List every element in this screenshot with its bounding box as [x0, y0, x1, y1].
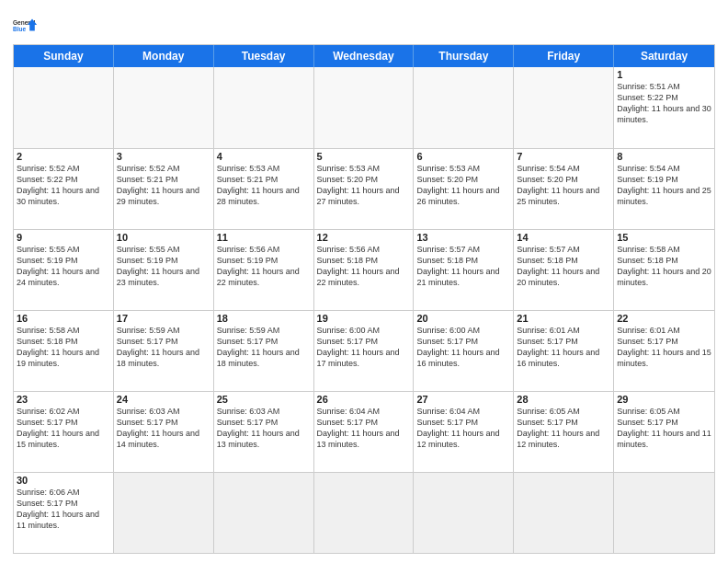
- day-number: 28: [517, 394, 610, 405]
- cal-cell: [614, 473, 714, 553]
- cal-cell: [114, 473, 214, 553]
- day-number: 2: [17, 151, 110, 162]
- day-number: 10: [117, 232, 210, 243]
- day-number: 20: [416, 313, 510, 324]
- cell-info: Sunrise: 6:01 AM Sunset: 5:17 PM Dayligh…: [517, 325, 610, 370]
- cal-row-1: 2Sunrise: 5:52 AM Sunset: 5:22 PM Daylig…: [14, 148, 714, 229]
- cal-row-4: 23Sunrise: 6:02 AM Sunset: 5:17 PM Dayli…: [14, 391, 714, 472]
- cal-cell: [214, 67, 314, 148]
- cal-row-5: 30Sunrise: 6:06 AM Sunset: 5:17 PM Dayli…: [14, 472, 714, 553]
- day-number: 7: [517, 151, 610, 162]
- cal-cell: 30Sunrise: 6:06 AM Sunset: 5:17 PM Dayli…: [14, 473, 114, 553]
- svg-text:Blue: Blue: [13, 26, 26, 32]
- cell-info: Sunrise: 6:03 AM Sunset: 5:17 PM Dayligh…: [117, 406, 210, 451]
- cal-cell: 3Sunrise: 5:52 AM Sunset: 5:21 PM Daylig…: [114, 149, 214, 229]
- day-number: 22: [617, 313, 711, 324]
- cell-info: Sunrise: 5:52 AM Sunset: 5:22 PM Dayligh…: [17, 163, 110, 208]
- cell-info: Sunrise: 5:59 AM Sunset: 5:17 PM Dayligh…: [217, 325, 311, 370]
- cal-cell: 8Sunrise: 5:54 AM Sunset: 5:19 PM Daylig…: [614, 149, 714, 229]
- cal-cell: 29Sunrise: 6:05 AM Sunset: 5:17 PM Dayli…: [614, 392, 714, 472]
- day-number: 21: [517, 313, 610, 324]
- cal-cell: 23Sunrise: 6:02 AM Sunset: 5:17 PM Dayli…: [14, 392, 114, 472]
- cell-info: Sunrise: 5:59 AM Sunset: 5:17 PM Dayligh…: [117, 325, 210, 370]
- cell-info: Sunrise: 6:03 AM Sunset: 5:17 PM Dayligh…: [217, 406, 311, 451]
- day-number: 13: [416, 232, 510, 243]
- cal-cell: 20Sunrise: 6:00 AM Sunset: 5:17 PM Dayli…: [414, 311, 514, 391]
- cal-cell: 27Sunrise: 6:04 AM Sunset: 5:17 PM Dayli…: [414, 392, 514, 472]
- cal-cell: [414, 67, 514, 148]
- cell-info: Sunrise: 5:54 AM Sunset: 5:19 PM Dayligh…: [617, 163, 711, 208]
- cal-row-3: 16Sunrise: 5:58 AM Sunset: 5:18 PM Dayli…: [14, 310, 714, 391]
- cell-info: Sunrise: 5:58 AM Sunset: 5:18 PM Dayligh…: [17, 325, 110, 370]
- calendar-header-row: SundayMondayTuesdayWednesdayThursdayFrid…: [14, 45, 714, 67]
- cell-info: Sunrise: 6:01 AM Sunset: 5:17 PM Dayligh…: [617, 325, 711, 370]
- day-number: 19: [317, 313, 411, 324]
- cal-header-wednesday: Wednesday: [314, 45, 415, 67]
- cal-cell: 7Sunrise: 5:54 AM Sunset: 5:20 PM Daylig…: [514, 149, 614, 229]
- day-number: 25: [217, 394, 311, 405]
- day-number: 8: [617, 151, 711, 162]
- cell-info: Sunrise: 5:55 AM Sunset: 5:19 PM Dayligh…: [17, 244, 110, 289]
- cal-cell: 13Sunrise: 5:57 AM Sunset: 5:18 PM Dayli…: [414, 230, 514, 310]
- cal-cell: 16Sunrise: 5:58 AM Sunset: 5:18 PM Dayli…: [14, 311, 114, 391]
- cell-info: Sunrise: 5:55 AM Sunset: 5:19 PM Dayligh…: [117, 244, 210, 289]
- day-number: 24: [117, 394, 210, 405]
- day-number: 3: [117, 151, 210, 162]
- day-number: 12: [317, 232, 411, 243]
- cal-cell: [514, 67, 614, 148]
- cal-cell: [14, 67, 114, 148]
- cell-info: Sunrise: 5:57 AM Sunset: 5:18 PM Dayligh…: [517, 244, 610, 289]
- cal-cell: 19Sunrise: 6:00 AM Sunset: 5:17 PM Dayli…: [314, 311, 415, 391]
- cal-cell: 14Sunrise: 5:57 AM Sunset: 5:18 PM Dayli…: [514, 230, 614, 310]
- cal-cell: 18Sunrise: 5:59 AM Sunset: 5:17 PM Dayli…: [214, 311, 314, 391]
- cal-header-saturday: Saturday: [614, 45, 714, 67]
- cell-info: Sunrise: 5:54 AM Sunset: 5:20 PM Dayligh…: [517, 163, 610, 208]
- cal-cell: [314, 473, 415, 553]
- cal-cell: 4Sunrise: 5:53 AM Sunset: 5:21 PM Daylig…: [214, 149, 314, 229]
- cal-header-monday: Monday: [114, 45, 214, 67]
- cal-cell: [414, 473, 514, 553]
- day-number: 29: [617, 394, 711, 405]
- cell-info: Sunrise: 5:51 AM Sunset: 5:22 PM Dayligh…: [617, 81, 711, 126]
- cal-row-2: 9Sunrise: 5:55 AM Sunset: 5:19 PM Daylig…: [14, 229, 714, 310]
- day-number: 27: [416, 394, 510, 405]
- day-number: 15: [617, 232, 711, 243]
- day-number: 4: [217, 151, 311, 162]
- cal-cell: 15Sunrise: 5:58 AM Sunset: 5:18 PM Dayli…: [614, 230, 714, 310]
- cal-cell: [114, 67, 214, 148]
- day-number: 18: [217, 313, 311, 324]
- cal-cell: 12Sunrise: 5:56 AM Sunset: 5:18 PM Dayli…: [314, 230, 415, 310]
- day-number: 14: [517, 232, 610, 243]
- day-number: 23: [17, 394, 110, 405]
- cal-cell: 28Sunrise: 6:05 AM Sunset: 5:17 PM Dayli…: [514, 392, 614, 472]
- cell-info: Sunrise: 6:04 AM Sunset: 5:17 PM Dayligh…: [317, 406, 411, 451]
- calendar-body: 1Sunrise: 5:51 AM Sunset: 5:22 PM Daylig…: [14, 67, 714, 553]
- cal-cell: [514, 473, 614, 553]
- cell-info: Sunrise: 6:00 AM Sunset: 5:17 PM Dayligh…: [317, 325, 411, 370]
- cal-cell: 21Sunrise: 6:01 AM Sunset: 5:17 PM Dayli…: [514, 311, 614, 391]
- cal-header-thursday: Thursday: [414, 45, 514, 67]
- cal-row-0: 1Sunrise: 5:51 AM Sunset: 5:22 PM Daylig…: [14, 67, 714, 148]
- cell-info: Sunrise: 6:04 AM Sunset: 5:17 PM Dayligh…: [416, 406, 510, 451]
- cal-cell: 24Sunrise: 6:03 AM Sunset: 5:17 PM Dayli…: [114, 392, 214, 472]
- cal-cell: 22Sunrise: 6:01 AM Sunset: 5:17 PM Dayli…: [614, 311, 714, 391]
- cell-info: Sunrise: 6:02 AM Sunset: 5:17 PM Dayligh…: [17, 406, 110, 451]
- day-number: 16: [17, 313, 110, 324]
- day-number: 9: [17, 232, 110, 243]
- day-number: 30: [17, 475, 110, 486]
- cal-cell: 9Sunrise: 5:55 AM Sunset: 5:19 PM Daylig…: [14, 230, 114, 310]
- cell-info: Sunrise: 6:05 AM Sunset: 5:17 PM Dayligh…: [517, 406, 610, 451]
- cal-cell: 2Sunrise: 5:52 AM Sunset: 5:22 PM Daylig…: [14, 149, 114, 229]
- cell-info: Sunrise: 5:56 AM Sunset: 5:18 PM Dayligh…: [317, 244, 411, 289]
- cell-info: Sunrise: 5:53 AM Sunset: 5:21 PM Dayligh…: [217, 163, 311, 208]
- day-number: 5: [317, 151, 411, 162]
- generalblue-logo-icon: GeneralBlue: [13, 13, 39, 39]
- cal-header-sunday: Sunday: [14, 45, 114, 67]
- cell-info: Sunrise: 5:57 AM Sunset: 5:18 PM Dayligh…: [416, 244, 510, 289]
- cal-cell: 25Sunrise: 6:03 AM Sunset: 5:17 PM Dayli…: [214, 392, 314, 472]
- cal-header-tuesday: Tuesday: [214, 45, 314, 67]
- cell-info: Sunrise: 5:56 AM Sunset: 5:19 PM Dayligh…: [217, 244, 311, 289]
- day-number: 1: [617, 69, 711, 80]
- cal-header-friday: Friday: [514, 45, 614, 67]
- day-number: 11: [217, 232, 311, 243]
